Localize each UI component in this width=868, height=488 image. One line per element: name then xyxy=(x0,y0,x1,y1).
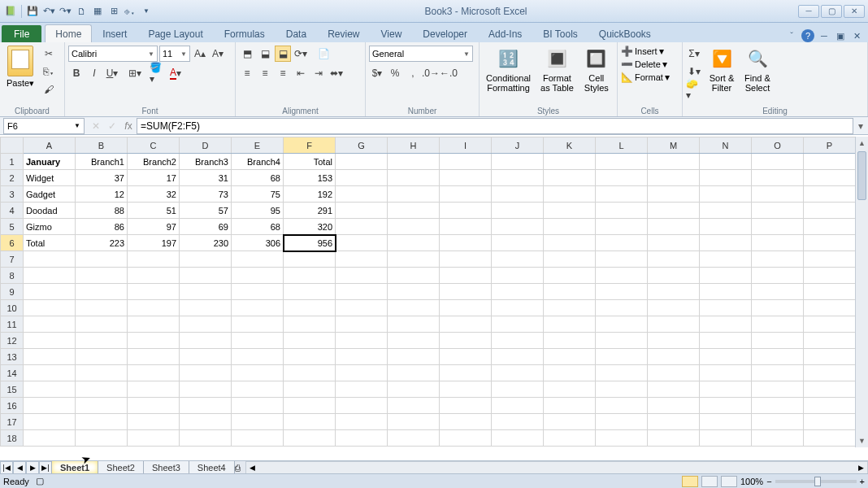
scroll-thumb[interactable] xyxy=(857,151,866,200)
cell-N7[interactable] xyxy=(700,251,752,268)
cell-F16[interactable] xyxy=(284,398,336,414)
cell-G2[interactable] xyxy=(336,170,388,186)
cell-I12[interactable] xyxy=(440,333,492,349)
grow-font-icon[interactable]: A▴ xyxy=(192,46,208,62)
cell-H14[interactable] xyxy=(388,365,440,381)
cell-J12[interactable] xyxy=(492,333,544,349)
cell-D7[interactable] xyxy=(180,251,232,268)
select-all-corner[interactable] xyxy=(1,137,24,154)
column-header-J[interactable]: J xyxy=(492,137,544,154)
cancel-formula-icon[interactable]: ✕ xyxy=(88,120,104,132)
cell-M2[interactable] xyxy=(648,170,700,186)
doc-restore-icon[interactable]: ▣ xyxy=(834,29,847,42)
cell-N11[interactable] xyxy=(700,316,752,333)
format-painter-icon[interactable]: 🖌 xyxy=(41,81,57,98)
cell-F1[interactable]: Total xyxy=(284,154,336,170)
cell-H8[interactable] xyxy=(388,268,440,284)
hscroll-left-icon[interactable]: ◀ xyxy=(246,462,259,473)
doc-close-icon[interactable]: ✕ xyxy=(850,29,863,42)
cell-H4[interactable] xyxy=(388,203,440,219)
cell-C4[interactable]: 51 xyxy=(128,203,180,219)
cell-L6[interactable] xyxy=(596,235,648,251)
undo-icon[interactable]: ↶▾ xyxy=(41,4,56,19)
enter-formula-icon[interactable]: ✓ xyxy=(104,120,120,132)
cell-I13[interactable] xyxy=(440,349,492,365)
cell-N9[interactable] xyxy=(700,284,752,300)
new-icon[interactable]: 🗋 xyxy=(74,4,89,19)
cell-H15[interactable] xyxy=(388,381,440,398)
cell-F17[interactable] xyxy=(284,414,336,430)
cell-C13[interactable] xyxy=(128,349,180,365)
cell-C7[interactable] xyxy=(128,251,180,268)
cell-P6[interactable] xyxy=(804,235,856,251)
row-header-2[interactable]: 2 xyxy=(1,170,24,186)
cell-L5[interactable] xyxy=(596,219,648,235)
cell-M8[interactable] xyxy=(648,268,700,284)
row-header-13[interactable]: 13 xyxy=(1,349,24,365)
new-sheet-icon[interactable]: ⎙ xyxy=(235,463,241,473)
comma-format-icon[interactable]: , xyxy=(405,65,421,81)
column-header-D[interactable]: D xyxy=(180,137,232,154)
cell-F15[interactable] xyxy=(284,381,336,398)
cell-D11[interactable] xyxy=(180,316,232,333)
copy-icon[interactable]: ⎘▾ xyxy=(41,63,57,80)
column-header-E[interactable]: E xyxy=(232,137,284,154)
cell-B9[interactable] xyxy=(76,284,128,300)
cell-L17[interactable] xyxy=(596,414,648,430)
sort-filter-button[interactable]: 🔽Sort & Filter xyxy=(705,44,738,94)
cell-G3[interactable] xyxy=(336,186,388,203)
cell-F4[interactable]: 291 xyxy=(284,203,336,219)
cell-A17[interactable] xyxy=(24,414,76,430)
cell-B3[interactable]: 12 xyxy=(76,186,128,203)
cell-L15[interactable] xyxy=(596,381,648,398)
cell-M5[interactable] xyxy=(648,219,700,235)
cell-N4[interactable] xyxy=(700,203,752,219)
cell-K11[interactable] xyxy=(544,316,596,333)
cell-H11[interactable] xyxy=(388,316,440,333)
column-header-F[interactable]: F xyxy=(284,137,336,154)
zoom-level[interactable]: 100% xyxy=(740,477,763,486)
decrease-indent-icon[interactable]: ⇤ xyxy=(293,65,309,81)
cell-B10[interactable] xyxy=(76,300,128,316)
normal-view-button[interactable] xyxy=(682,476,698,487)
column-header-K[interactable]: K xyxy=(544,137,596,154)
cell-L2[interactable] xyxy=(596,170,648,186)
cell-M10[interactable] xyxy=(648,300,700,316)
ribbon-tab-add-ins[interactable]: Add-Ins xyxy=(478,24,532,42)
cell-K4[interactable] xyxy=(544,203,596,219)
qat-btn-6[interactable]: ⊞ xyxy=(106,4,121,19)
cell-P11[interactable] xyxy=(804,316,856,333)
cell-J5[interactable] xyxy=(492,219,544,235)
column-header-I[interactable]: I xyxy=(440,137,492,154)
cell-E9[interactable] xyxy=(232,284,284,300)
cell-B17[interactable] xyxy=(76,414,128,430)
cell-O5[interactable] xyxy=(752,219,804,235)
cell-M15[interactable] xyxy=(648,381,700,398)
shrink-font-icon[interactable]: A▾ xyxy=(210,46,226,62)
hscroll-right-icon[interactable]: ▶ xyxy=(854,462,867,473)
cell-O8[interactable] xyxy=(752,268,804,284)
cell-A15[interactable] xyxy=(24,381,76,398)
cell-P9[interactable] xyxy=(804,284,856,300)
cell-L7[interactable] xyxy=(596,251,648,268)
cell-H7[interactable] xyxy=(388,251,440,268)
row-header-8[interactable]: 8 xyxy=(1,268,24,284)
number-format-combo[interactable]: General▼ xyxy=(369,46,473,62)
cell-L10[interactable] xyxy=(596,300,648,316)
cell-K15[interactable] xyxy=(544,381,596,398)
align-left-icon[interactable]: ≡ xyxy=(239,65,255,81)
cell-H10[interactable] xyxy=(388,300,440,316)
cell-L3[interactable] xyxy=(596,186,648,203)
cell-P14[interactable] xyxy=(804,365,856,381)
cell-J14[interactable] xyxy=(492,365,544,381)
row-header-11[interactable]: 11 xyxy=(1,316,24,333)
cell-H17[interactable] xyxy=(388,414,440,430)
cell-K18[interactable] xyxy=(544,430,596,447)
cell-F9[interactable] xyxy=(284,284,336,300)
cell-D1[interactable]: Branch3 xyxy=(180,154,232,170)
cell-I8[interactable] xyxy=(440,268,492,284)
font-color-button[interactable]: A▾ xyxy=(167,65,184,81)
cell-C2[interactable]: 17 xyxy=(128,170,180,186)
cell-F10[interactable] xyxy=(284,300,336,316)
cell-O10[interactable] xyxy=(752,300,804,316)
